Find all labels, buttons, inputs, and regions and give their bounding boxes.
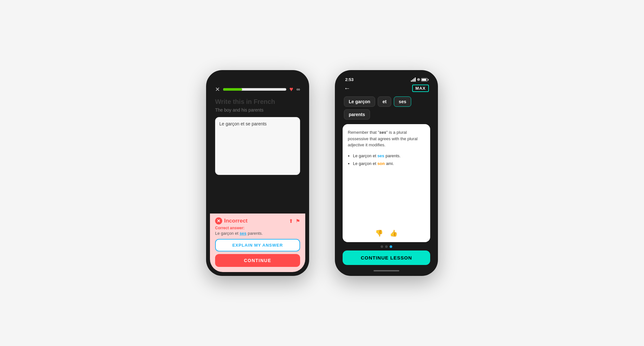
progress-bar-container (223, 88, 286, 91)
incorrect-panel: ✕ Incorrect ⬆ ⚑ Correct answer: Le garço… (210, 214, 305, 272)
answer-box[interactable]: Le garçon et se parents (215, 117, 300, 175)
word-chips-container: Le garçon et ses parents (339, 95, 434, 124)
infinity-icon: ∞ (297, 86, 300, 92)
incorrect-title: Incorrect (224, 218, 248, 224)
share-icon[interactable]: ⬆ (289, 218, 293, 224)
left-phone-screen: ✕ ♥ ∞ Write this in French The boy and h… (210, 74, 305, 272)
left-phone: ✕ ♥ ∞ Write this in French The boy and h… (206, 70, 309, 276)
explanation-text: Remember that "ses" is a plural possessi… (348, 129, 425, 148)
dot-1 (381, 245, 383, 248)
right-phone-screen: 2:53 ⊜ (339, 74, 434, 272)
example-1: Le garçon et ses parents. (353, 152, 425, 160)
correct-answer-pre: Le garçon et (215, 231, 240, 236)
back-arrow-icon[interactable]: ← (344, 85, 350, 92)
signal-bars-icon (411, 77, 416, 82)
continue-lesson-button[interactable]: CONTINUE LESSON (343, 250, 430, 265)
thumbs-up-icon[interactable]: 👍 (390, 229, 398, 237)
right-phone: 2:53 ⊜ (335, 70, 438, 276)
word-chip-ses[interactable]: ses (394, 96, 411, 107)
close-icon[interactable]: ✕ (215, 86, 220, 93)
heart-icon: ♥ (289, 86, 293, 93)
battery-icon (421, 78, 428, 81)
incorrect-action-icons: ⬆ ⚑ (289, 218, 300, 224)
max-badge: MAX (412, 85, 429, 92)
right-nav: ← MAX (339, 83, 434, 95)
question-subtitle: The boy and his parents (215, 107, 300, 113)
home-indicator (374, 270, 399, 271)
correct-answer-highlight: ses (240, 231, 247, 236)
word-chip-parents[interactable]: parents (344, 109, 370, 120)
word-chip-le-garcon[interactable]: Le garçon (344, 96, 375, 107)
explanation-card: Remember that "ses" is a plural possessi… (343, 124, 430, 242)
example-2: Le garçon et son ami. (353, 160, 425, 168)
explain-my-answer-button[interactable]: EXPLAIN MY ANSWER (215, 239, 300, 251)
incorrect-header: ✕ Incorrect ⬆ ⚑ (215, 217, 300, 224)
progress-bar-fill (223, 88, 242, 91)
dot-2 (385, 245, 388, 248)
correct-answer-text: Le garçon et ses parents. (215, 231, 300, 236)
explanation-examples: Le garçon et ses parents. Le garçon et s… (348, 152, 425, 168)
dot-3-active (390, 245, 392, 248)
notch-right (370, 70, 402, 78)
right-content: 2:53 ⊜ (339, 74, 434, 272)
card-footer: 👎 👍 (348, 227, 425, 237)
left-main: Write this in French The boy and his par… (210, 96, 305, 214)
wifi-icon: ⊜ (417, 77, 420, 82)
keyword-ses: ses (379, 130, 386, 135)
incorrect-left: ✕ Incorrect (215, 217, 248, 224)
status-time: 2:53 (345, 77, 354, 82)
notch (242, 70, 274, 78)
left-content: ✕ ♥ ∞ Write this in French The boy and h… (210, 74, 305, 272)
status-icons: ⊜ (411, 77, 428, 82)
pagination-dots (339, 245, 434, 248)
correct-answer-label: Correct answer: (215, 226, 300, 230)
example-2-highlight: son (377, 161, 385, 166)
example-1-highlight: ses (377, 153, 384, 158)
incorrect-circle-icon: ✕ (215, 217, 222, 224)
flag-icon[interactable]: ⚑ (296, 218, 300, 224)
thumbs-down-icon[interactable]: 👎 (375, 229, 383, 237)
correct-answer-post: parents. (247, 231, 263, 236)
word-chip-et[interactable]: et (378, 96, 391, 107)
continue-button[interactable]: CONTINUE (215, 254, 300, 267)
question-title: Write this in French (215, 98, 300, 105)
